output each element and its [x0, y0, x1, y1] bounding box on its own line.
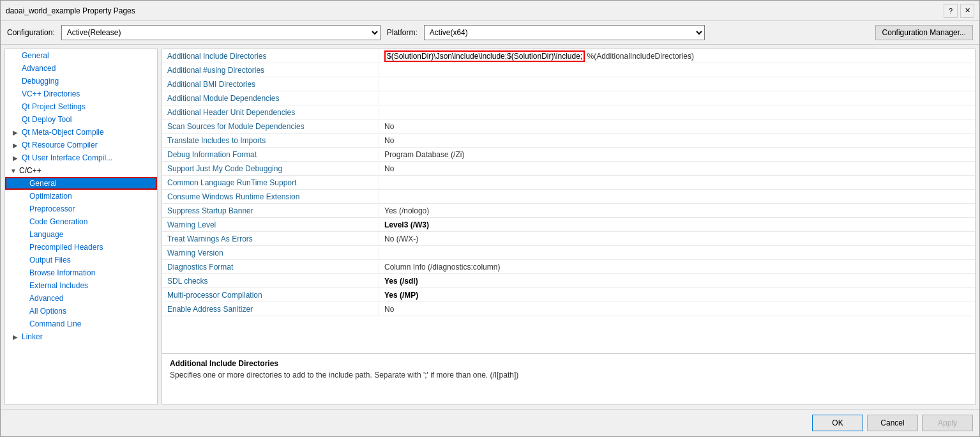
- table-row[interactable]: Common Language RunTime Support: [162, 176, 975, 190]
- description-text: Specifies one or more directories to add…: [170, 371, 967, 379]
- tree-label: Language: [29, 230, 63, 239]
- tree-item-cpp[interactable]: ▼C/C++: [5, 164, 157, 177]
- expand-icon: ▶: [13, 142, 19, 149]
- table-row[interactable]: Warning Version: [162, 246, 975, 260]
- tree-item-vc-dirs[interactable]: VC++ Directories: [5, 88, 157, 100]
- table-row[interactable]: Translate Includes to ImportsNo: [162, 134, 975, 148]
- property-value: No: [379, 163, 975, 174]
- table-row[interactable]: SDL checksYes (/sdl): [162, 274, 975, 288]
- table-row[interactable]: Additional Header Unit Dependencies: [162, 105, 975, 119]
- config-manager-button[interactable]: Configuration Manager...: [875, 25, 973, 40]
- tree-label: Optimization: [29, 192, 72, 201]
- tree-item-cpp-cmdline[interactable]: Command Line: [5, 318, 157, 330]
- property-name: SDL checks: [162, 275, 379, 287]
- table-row[interactable]: Multi-processor CompilationYes (/MP): [162, 288, 975, 302]
- property-value: $(SolutionDir)\Json\include\include;$(So…: [379, 50, 975, 62]
- property-name: Translate Includes to Imports: [162, 135, 379, 146]
- cancel-button[interactable]: Cancel: [867, 415, 918, 431]
- tree-item-cpp-extern[interactable]: External Includes: [5, 279, 157, 292]
- description-box: Additional Include Directories Specifies…: [162, 354, 976, 405]
- platform-select[interactable]: Active(x64): [424, 25, 705, 40]
- tree-label: External Includes: [29, 281, 88, 290]
- table-row[interactable]: Warning LevelLevel3 (/W3): [162, 218, 975, 232]
- ok-button[interactable]: OK: [812, 415, 863, 431]
- tree-item-cpp-adv[interactable]: Advanced: [5, 292, 157, 305]
- tree-item-linker[interactable]: ▶Linker: [5, 330, 157, 343]
- table-row[interactable]: Additional Module Dependencies: [162, 91, 975, 105]
- property-name: Scan Sources for Module Dependencies: [162, 121, 379, 132]
- property-value: [379, 181, 975, 184]
- tree-label: Precompiled Headers: [29, 243, 103, 252]
- property-name: Additional Include Directories: [162, 50, 379, 62]
- tree-item-qt-resource[interactable]: ▶Qt Resource Compiler: [5, 139, 157, 151]
- property-value: No (/WX-): [379, 233, 975, 245]
- tree-item-qt-deploy[interactable]: Qt Deploy Tool: [5, 113, 157, 126]
- table-row[interactable]: Enable Address SanitizerNo: [162, 302, 975, 316]
- expand-icon: ▶: [13, 334, 19, 341]
- property-name: Warning Version: [162, 247, 379, 259]
- close-button[interactable]: ✕: [960, 4, 974, 18]
- tree-item-general[interactable]: General: [5, 49, 157, 62]
- table-row[interactable]: Treat Warnings As ErrorsNo (/WX-): [162, 232, 975, 246]
- property-value: No: [379, 135, 975, 146]
- properties-table: Additional Include Directories$(Solution…: [162, 49, 976, 354]
- description-title: Additional Include Directories: [170, 359, 967, 368]
- property-value: [379, 97, 975, 100]
- property-name: Suppress Startup Banner: [162, 205, 379, 217]
- tree-item-qt-ui[interactable]: ▶Qt User Interface Compil...: [5, 151, 157, 164]
- help-button[interactable]: ?: [944, 4, 958, 18]
- property-name: Multi-processor Compilation: [162, 289, 379, 301]
- tree-label: Qt Resource Compiler: [22, 141, 98, 150]
- table-row[interactable]: Scan Sources for Module DependenciesNo: [162, 119, 975, 134]
- tree-item-cpp-opt[interactable]: Optimization: [5, 190, 157, 203]
- table-row[interactable]: Support Just My Code DebuggingNo: [162, 162, 975, 176]
- expand-icon: ▶: [13, 129, 19, 136]
- table-row[interactable]: Additional BMI Directories: [162, 77, 975, 91]
- tree-label: Qt Deploy Tool: [22, 115, 72, 124]
- property-value: Yes (/MP): [379, 289, 975, 301]
- tree-item-cpp-allopts[interactable]: All Options: [5, 305, 157, 318]
- tree-label: Preprocessor: [29, 204, 75, 213]
- tree-label: General: [22, 51, 49, 60]
- tree-label: Output Files: [29, 256, 71, 264]
- tree-label: Command Line: [29, 319, 81, 328]
- tree-label: Browse Information: [29, 268, 95, 277]
- right-panel: Additional Include Directories$(Solution…: [162, 49, 976, 405]
- table-row[interactable]: Additional Include Directories$(Solution…: [162, 49, 975, 63]
- table-row[interactable]: Additional #using Directories: [162, 63, 975, 77]
- tree-item-qt-meta[interactable]: ▶Qt Meta-Object Compile: [5, 126, 157, 139]
- property-name: Support Just My Code Debugging: [162, 163, 379, 174]
- apply-button[interactable]: Apply: [922, 415, 973, 431]
- tree-item-cpp-pch[interactable]: Precompiled Headers: [5, 241, 157, 254]
- property-name: Treat Warnings As Errors: [162, 233, 379, 245]
- table-row[interactable]: Diagnostics FormatColumn Info (/diagnost…: [162, 260, 975, 274]
- tree-item-cpp-browse[interactable]: Browse Information: [5, 266, 157, 279]
- property-value: [379, 69, 975, 72]
- tree-label: VC++ Directories: [22, 89, 80, 98]
- main-content: GeneralAdvancedDebuggingVC++ Directories…: [1, 45, 979, 409]
- table-row[interactable]: Suppress Startup BannerYes (/nologo): [162, 204, 975, 218]
- expand-icon: ▶: [13, 155, 19, 162]
- tree-item-cpp-output[interactable]: Output Files: [5, 254, 157, 266]
- tree-item-advanced[interactable]: Advanced: [5, 62, 157, 75]
- title-bar-controls: ? ✕: [944, 4, 974, 18]
- configuration-select[interactable]: Active(Release): [61, 25, 381, 40]
- tree-panel: GeneralAdvancedDebuggingVC++ Directories…: [4, 49, 158, 405]
- tree-item-cpp-lang[interactable]: Language: [5, 228, 157, 241]
- property-value: Program Database (/Zi): [379, 149, 975, 160]
- tree-item-cpp-general[interactable]: General: [5, 177, 157, 190]
- property-name: Additional #using Directories: [162, 65, 379, 76]
- tree-label: Qt Project Settings: [22, 102, 86, 111]
- button-bar: OK Cancel Apply: [1, 409, 979, 436]
- tree-label: General: [29, 179, 57, 188]
- table-row[interactable]: Consume Windows Runtime Extension: [162, 190, 975, 204]
- property-value: Column Info (/diagnostics:column): [379, 261, 975, 273]
- tree-label: Qt User Interface Compil...: [22, 153, 112, 162]
- table-row[interactable]: Debug Information FormatProgram Database…: [162, 148, 975, 162]
- tree-label: Code Generation: [29, 217, 87, 226]
- tree-item-qt-project[interactable]: Qt Project Settings: [5, 100, 157, 113]
- tree-item-debugging[interactable]: Debugging: [5, 75, 157, 88]
- tree-item-cpp-codegen[interactable]: Code Generation: [5, 215, 157, 228]
- tree-item-cpp-pre[interactable]: Preprocessor: [5, 203, 157, 215]
- window-title: daoai_world_example Property Pages: [6, 6, 135, 15]
